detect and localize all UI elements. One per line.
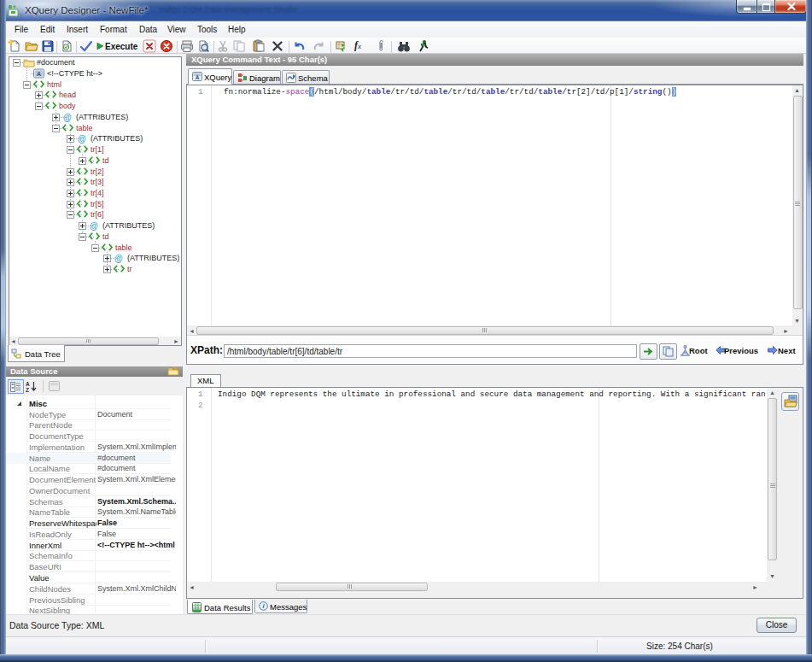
svg-text:A: A — [26, 381, 30, 387]
svg-text:A: A — [37, 71, 41, 77]
svg-text:Z: Z — [26, 387, 29, 392]
svg-text:A: A — [196, 74, 200, 80]
